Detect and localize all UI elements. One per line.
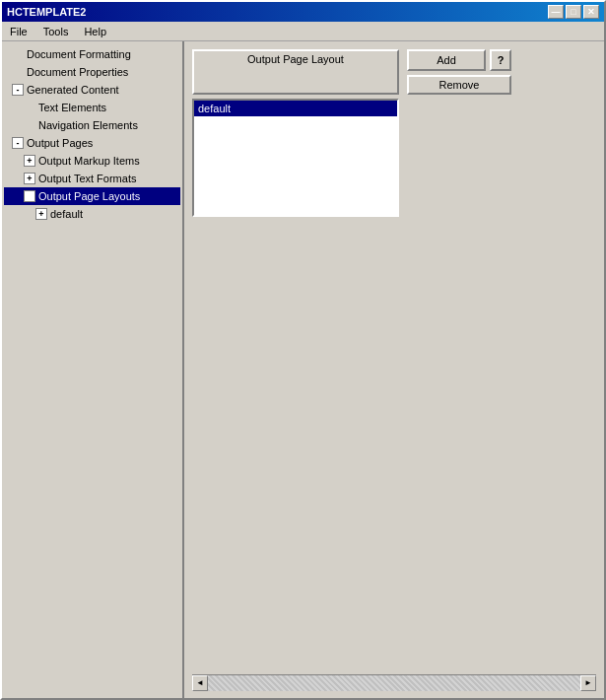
scroll-left-button[interactable]: ◄ bbox=[192, 675, 208, 691]
add-button[interactable]: Add bbox=[407, 49, 486, 71]
menu-file[interactable]: File bbox=[2, 24, 35, 39]
tree-label-generated-content: Generated Content bbox=[27, 82, 119, 98]
expand-default-icon[interactable]: + bbox=[35, 208, 47, 220]
remove-button[interactable]: Remove bbox=[407, 75, 511, 95]
tree-item-generated-content[interactable]: - Generated Content bbox=[4, 81, 180, 99]
tree-label-navigation-elements: Navigation Elements bbox=[38, 117, 138, 133]
tree-label-output-page-layouts: Output Page Layouts bbox=[38, 188, 140, 204]
tree-item-document-properties[interactable]: Document Properties bbox=[4, 63, 180, 81]
main-window: HCTEMPLATE2 — □ ✕ File Tools Help Docume… bbox=[0, 0, 606, 700]
menu-help[interactable]: Help bbox=[76, 24, 114, 39]
list-item-default[interactable]: default bbox=[194, 101, 397, 116]
spacer bbox=[192, 217, 596, 674]
scroll-track[interactable] bbox=[208, 675, 580, 691]
title-bar-buttons: — □ ✕ bbox=[548, 5, 599, 19]
tree-item-text-elements[interactable]: Text Elements bbox=[4, 99, 180, 116]
tree-item-default[interactable]: + default bbox=[4, 205, 180, 223]
expand-output-markup-icon[interactable]: + bbox=[24, 155, 35, 167]
help-button[interactable]: ? bbox=[490, 49, 511, 71]
tree-item-navigation-elements[interactable]: Navigation Elements bbox=[4, 116, 180, 134]
tree-label-default: default bbox=[50, 206, 83, 222]
tree-label-output-text-formats: Output Text Formats bbox=[38, 171, 136, 186]
title-bar: HCTEMPLATE2 — □ ✕ bbox=[2, 2, 604, 22]
layout-list[interactable]: default bbox=[192, 99, 399, 217]
tree-item-document-formatting[interactable]: Document Formatting bbox=[4, 45, 180, 63]
expand-output-text-formats-icon[interactable]: + bbox=[24, 173, 35, 184]
expand-output-page-layouts-icon[interactable]: - bbox=[24, 190, 35, 202]
expand-generated-content-icon[interactable]: - bbox=[12, 84, 24, 96]
top-section: Output Page Layout Add ? Remove bbox=[192, 49, 596, 95]
layout-header: Output Page Layout bbox=[192, 49, 399, 95]
tree-item-output-markup-items[interactable]: + Output Markup Items bbox=[4, 152, 180, 170]
tree-label-output-pages: Output Pages bbox=[27, 135, 93, 151]
menu-bar: File Tools Help bbox=[2, 22, 604, 41]
scroll-right-button[interactable]: ► bbox=[580, 675, 596, 691]
main-content-panel: Output Page Layout Add ? Remove default … bbox=[184, 41, 604, 698]
tree-item-output-page-layouts[interactable]: - Output Page Layouts bbox=[4, 187, 180, 205]
tree-item-output-pages[interactable]: - Output Pages bbox=[4, 134, 180, 152]
expand-output-pages-icon[interactable]: - bbox=[12, 137, 24, 149]
tree-label-document-formatting: Document Formatting bbox=[27, 46, 131, 62]
close-button[interactable]: ✕ bbox=[583, 5, 599, 19]
maximize-button[interactable]: □ bbox=[566, 5, 581, 19]
tree-panel: Document Formatting Document Properties … bbox=[2, 41, 184, 698]
tree-label-text-elements: Text Elements bbox=[38, 100, 106, 115]
tree-label-document-properties: Document Properties bbox=[27, 64, 128, 80]
tree-label-output-markup-items: Output Markup Items bbox=[38, 153, 140, 169]
menu-tools[interactable]: Tools bbox=[35, 24, 77, 39]
minimize-button[interactable]: — bbox=[548, 5, 564, 19]
content-area: Document Formatting Document Properties … bbox=[2, 41, 604, 698]
tree-item-output-text-formats[interactable]: + Output Text Formats bbox=[4, 170, 180, 187]
window-title: HCTEMPLATE2 bbox=[7, 6, 86, 18]
horizontal-scrollbar: ◄ ► bbox=[192, 674, 596, 690]
